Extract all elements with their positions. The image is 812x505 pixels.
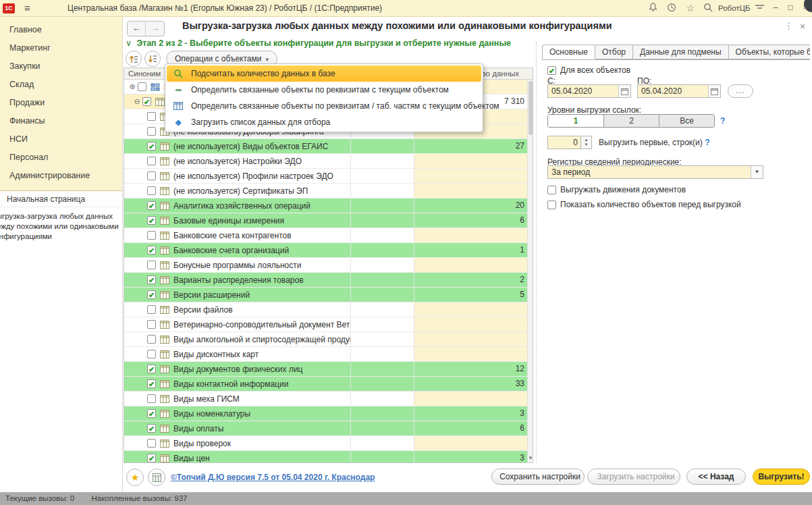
save-settings-button[interactable]: Сохранить настройки	[491, 469, 585, 485]
back-arrow-button[interactable]: ←	[128, 22, 146, 36]
table-row[interactable]: ✔Виды цен3	[124, 451, 533, 463]
table-row[interactable]: ✔Версии расширений5	[124, 288, 533, 302]
move-down-button[interactable]	[144, 51, 161, 67]
sidebar-item[interactable]: НСИ	[0, 130, 122, 149]
table-row[interactable]: ✔Виды документов физических лиц12	[124, 362, 533, 377]
level-segment[interactable]: Все	[659, 115, 714, 127]
table-row[interactable]: ✔Банковские счета организаций1	[124, 243, 533, 258]
row-checkbox[interactable]: ✔	[147, 290, 156, 299]
row-filter-cell[interactable]	[350, 258, 414, 272]
table-row[interactable]: ✔Аналитика хозяйственных операций20	[124, 198, 533, 213]
row-checkbox[interactable]: ✔	[147, 409, 156, 418]
load-settings-button[interactable]: Загрузить настройки	[587, 469, 680, 485]
sidebar-open-window[interactable]: Выгрузка-загрузка любых данных между пох…	[0, 207, 122, 246]
scrollbar-down-arrow[interactable]: ▼	[528, 454, 533, 462]
sidebar-item[interactable]: Финансы	[0, 112, 122, 130]
spin-down-icon[interactable]: ▼	[585, 142, 589, 147]
settings-tab[interactable]: Объекты, которые будут выгру...	[729, 45, 810, 59]
table-row[interactable]: (не используется) Профили настроек ЭДО	[124, 169, 533, 184]
calendar-icon[interactable]	[708, 85, 720, 97]
row-checkbox[interactable]	[138, 82, 146, 91]
row-filter-cell[interactable]	[350, 243, 414, 257]
row-filter-cell[interactable]	[350, 406, 414, 421]
user-label[interactable]: РоботЦБ	[718, 4, 751, 12]
row-checkbox[interactable]: ✔	[147, 216, 156, 225]
export-movements-checkbox[interactable]: Выгружать движения документов	[547, 185, 686, 194]
export-button[interactable]: Выгрузить!	[753, 469, 810, 485]
table-row[interactable]: ✔Виды оплаты6	[124, 421, 533, 436]
sidebar-item[interactable]: Закупки	[0, 57, 122, 76]
for-all-objects-checkbox[interactable]: ✔ Для всех объектов	[547, 65, 630, 75]
row-filter-cell[interactable]	[350, 377, 414, 391]
row-checkbox[interactable]	[147, 261, 156, 269]
level-segment[interactable]: 2	[603, 115, 659, 127]
sidebar-item[interactable]: Склад	[0, 76, 122, 94]
row-checkbox[interactable]: ✔	[147, 365, 156, 373]
sidebar-item[interactable]: Администрирование	[0, 167, 122, 185]
history-clock-icon[interactable]	[666, 3, 678, 15]
search-icon[interactable]	[702, 3, 714, 15]
table-row[interactable]: ✔Варианты распределения товаров2	[124, 273, 533, 288]
dropdown-arrow-icon[interactable]: ▼	[751, 166, 763, 178]
row-checkbox[interactable]: ✔	[147, 379, 156, 388]
row-checkbox[interactable]: ✔	[147, 424, 156, 433]
row-filter-cell[interactable]	[350, 169, 414, 183]
table-row[interactable]: ✔(не используется) Виды объектов ЕГАИС27	[124, 139, 533, 154]
expand-icon[interactable]: ⊕	[127, 82, 138, 91]
table-row[interactable]: Виды меха ГИСМ	[124, 392, 533, 406]
table-row[interactable]: (не используется) Настройки ЭДО	[124, 154, 533, 169]
menu-item[interactable]: ◆Загрузить список данных для отбора	[167, 114, 481, 130]
row-checkbox[interactable]: ✔	[147, 454, 156, 462]
menu-item[interactable]: Определить связанные объекты по реквизит…	[167, 82, 481, 98]
row-checkbox[interactable]	[147, 157, 156, 165]
row-filter-cell[interactable]	[350, 347, 414, 361]
more-options-button[interactable]: ...	[728, 84, 753, 98]
sidebar-item[interactable]: Продажи	[0, 94, 122, 112]
settings-tab[interactable]: Основные	[542, 45, 595, 59]
table-scrollbar[interactable]: ▼	[527, 80, 533, 462]
menu-item[interactable]: Подсчитать количество данных в базе	[167, 65, 481, 82]
row-filter-cell[interactable]	[350, 288, 414, 302]
calendar-icon[interactable]	[618, 85, 630, 97]
row-checkbox[interactable]: ✔	[147, 246, 156, 255]
table-row[interactable]: Бонусные программы лояльности	[124, 258, 533, 273]
row-checkbox[interactable]	[147, 305, 156, 314]
menu-item[interactable]: Определить связанные объекты по реквизит…	[167, 98, 481, 114]
more-menu-icon[interactable]: ⋮	[784, 21, 793, 31]
table-row[interactable]: Виды алкогольной и спиртосодержащей прод…	[124, 332, 533, 347]
row-checkbox[interactable]: ✔	[147, 275, 156, 284]
sidebar-item-home[interactable]: Начальная страница	[0, 191, 122, 207]
row-checkbox[interactable]	[147, 127, 156, 136]
periodic-registers-select[interactable]: За период ▼	[547, 165, 763, 179]
collapse-icon[interactable]: ⊖	[132, 97, 142, 106]
row-checkbox[interactable]: ✔	[147, 142, 156, 151]
show-count-checkbox[interactable]: Показать количество объектов перед выгру…	[547, 200, 741, 209]
forward-arrow-button[interactable]: →	[146, 22, 164, 36]
notifications-bell-icon[interactable]	[647, 3, 659, 15]
row-checkbox[interactable]	[147, 320, 156, 329]
row-checkbox[interactable]	[147, 439, 156, 448]
table-row[interactable]: Банковские счета контрагентов	[124, 228, 533, 243]
spin-up-icon[interactable]: ▲	[585, 138, 589, 142]
table-row[interactable]: ✔Виды номенклатуры3	[124, 406, 533, 421]
form-close-icon[interactable]: ×	[800, 21, 805, 32]
row-filter-cell[interactable]	[350, 198, 414, 213]
row-checkbox[interactable]	[147, 335, 156, 344]
minimize-button[interactable]: –	[769, 2, 782, 14]
sidebar-item[interactable]: Персонал	[0, 149, 122, 167]
row-filter-cell[interactable]	[350, 184, 414, 198]
scrollbar-thumb[interactable]	[529, 81, 533, 135]
sidebar-item[interactable]: Маркетинг	[0, 39, 122, 57]
table-row[interactable]: (не используется) Сертификаты ЭП	[124, 184, 533, 198]
row-checkbox[interactable]: ✔	[147, 201, 156, 210]
close-button[interactable]: ×	[799, 2, 811, 14]
level-segment[interactable]: 1	[548, 115, 603, 127]
author-link[interactable]: ©Топчий Д.Ю версия 7.5 от 05.04 2020 г. …	[171, 473, 375, 482]
row-filter-cell[interactable]	[350, 302, 414, 317]
row-filter-cell[interactable]	[350, 451, 414, 463]
table-row[interactable]: ✔Базовые единицы измерения6	[124, 213, 533, 228]
sidebar-item[interactable]: Главное	[0, 21, 122, 39]
favorites-star-icon[interactable]: ☆	[684, 3, 697, 15]
spinner-buttons[interactable]: ▲▼	[581, 136, 592, 149]
about-button[interactable]	[148, 469, 165, 486]
